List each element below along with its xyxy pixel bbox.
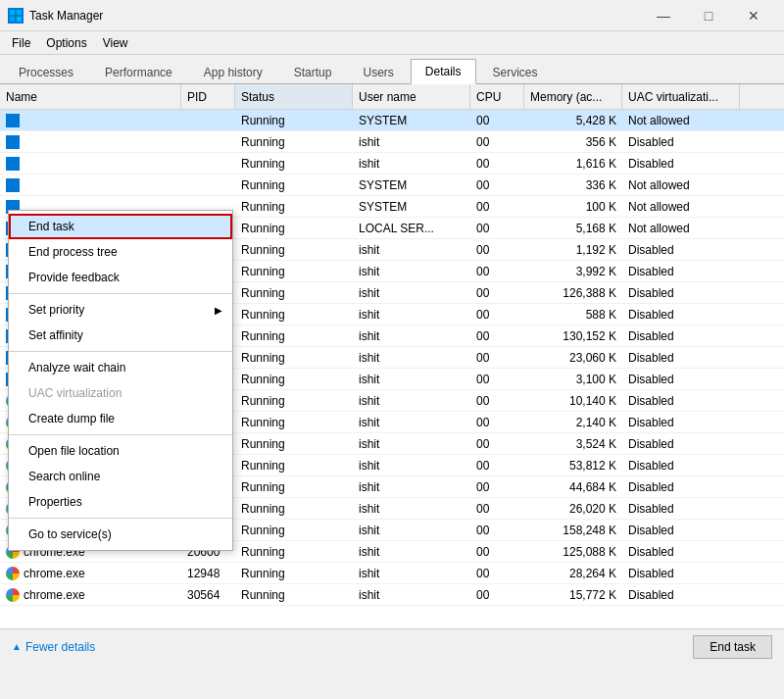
process-icon	[6, 178, 20, 192]
cell-cpu: 00	[470, 196, 524, 217]
cell-uac: Disabled	[622, 476, 740, 497]
cell-memory: 130,152 K	[524, 325, 622, 346]
menu-options[interactable]: Options	[38, 34, 94, 52]
cell-uac: Disabled	[622, 239, 740, 260]
context-menu-item-create-dump-file[interactable]: Create dump file	[9, 406, 232, 431]
cell-username: ishit	[353, 520, 470, 540]
table-row[interactable]: RunningSYSTEM005,428 KNot allowed	[0, 110, 784, 131]
maximize-button[interactable]: □	[686, 0, 731, 31]
cell-name: chrome.exe	[0, 563, 181, 583]
cell-status: Running	[235, 110, 353, 130]
cell-status: Running	[235, 412, 353, 432]
cell-uac: Disabled	[622, 131, 740, 152]
context-menu-item-end-process-tree[interactable]: End process tree	[9, 239, 232, 265]
cell-username: ishit	[353, 498, 470, 519]
cell-name	[0, 131, 181, 152]
cell-memory: 3,524 K	[524, 433, 622, 454]
window-title: Task Manager	[29, 9, 641, 23]
cell-memory: 1,192 K	[524, 239, 622, 260]
table-row[interactable]: Runningishit001,616 KDisabled	[0, 153, 784, 175]
context-menu-item-properties[interactable]: Properties	[9, 489, 232, 515]
scrollbar-space	[740, 84, 756, 109]
menu-file[interactable]: File	[4, 34, 38, 52]
column-memory[interactable]: Memory (ac...	[524, 84, 622, 109]
column-name[interactable]: Name	[0, 84, 181, 109]
table-header: Name PID Status User name CPU Memory (ac…	[0, 84, 784, 110]
cell-status: Running	[235, 218, 353, 238]
cell-uac: Disabled	[622, 498, 740, 519]
cell-status: Running	[235, 131, 353, 152]
column-status[interactable]: Status	[235, 84, 353, 109]
table-row[interactable]: RunningSYSTEM00336 KNot allowed	[0, 175, 784, 196]
cell-memory: 336 K	[524, 175, 622, 195]
cell-uac: Not allowed	[622, 218, 740, 238]
context-menu-item-search-online[interactable]: Search online	[9, 464, 232, 489]
cell-memory: 23,060 K	[524, 347, 622, 368]
svg-rect-0	[10, 10, 15, 15]
cell-uac: Disabled	[622, 584, 740, 605]
cell-cpu: 00	[470, 261, 524, 281]
cell-cpu: 00	[470, 347, 524, 368]
end-task-button[interactable]: End task	[693, 635, 772, 659]
context-menu-item-open-file-location[interactable]: Open file location	[9, 438, 232, 464]
column-cpu[interactable]: CPU	[470, 84, 524, 109]
tab-users[interactable]: Users	[348, 60, 408, 84]
column-username[interactable]: User name	[353, 84, 470, 109]
context-menu-separator	[9, 293, 232, 294]
cell-cpu: 00	[470, 304, 524, 325]
context-menu-item-set-affinity[interactable]: Set affinity	[9, 323, 232, 348]
minimize-button[interactable]: —	[641, 0, 686, 31]
cell-memory: 1,616 K	[524, 153, 622, 174]
tab-performance[interactable]: Performance	[90, 60, 187, 84]
cell-status: Running	[235, 455, 353, 475]
context-menu-item-go-to-service(s)[interactable]: Go to service(s)	[9, 522, 232, 547]
cell-username: ishit	[353, 390, 470, 411]
fewer-details-label: Fewer details	[25, 640, 95, 654]
cell-name	[0, 110, 181, 130]
cell-cpu: 00	[470, 476, 524, 497]
chrome-icon	[6, 567, 20, 580]
table-row[interactable]: chrome.exe30564Runningishit0015,772 KDis…	[0, 584, 784, 606]
cell-memory: 26,020 K	[524, 498, 622, 519]
column-uac[interactable]: UAC virtualizati...	[622, 84, 740, 109]
main-content: Name PID Status User name CPU Memory (ac…	[0, 84, 784, 664]
process-icon	[6, 157, 20, 171]
cell-status: Running	[235, 239, 353, 260]
cell-username: ishit	[353, 563, 470, 583]
context-menu-item-analyze-wait-chain[interactable]: Analyze wait chain	[9, 355, 232, 380]
context-menu-separator	[9, 434, 232, 435]
cell-cpu: 00	[470, 218, 524, 238]
fewer-details-button[interactable]: ▲ Fewer details	[12, 640, 95, 654]
menu-view[interactable]: View	[95, 34, 136, 52]
cell-status: Running	[235, 498, 353, 519]
table-row[interactable]: Runningishit00356 KDisabled	[0, 131, 784, 153]
cell-status: Running	[235, 390, 353, 411]
tab-processes[interactable]: Processes	[4, 60, 88, 84]
cell-status: Running	[235, 476, 353, 497]
cell-status: Running	[235, 282, 353, 303]
cell-name: chrome.exe	[0, 584, 181, 605]
app-icon	[8, 8, 24, 24]
cell-status: Running	[235, 369, 353, 389]
tab-app-history[interactable]: App history	[189, 60, 277, 84]
close-button[interactable]: ✕	[731, 0, 776, 31]
context-menu-item-set-priority[interactable]: Set priority▶	[9, 297, 232, 323]
table-row[interactable]: chrome.exe12948Runningishit0028,264 KDis…	[0, 563, 784, 584]
cell-pid	[181, 153, 235, 174]
tab-startup[interactable]: Startup	[279, 60, 347, 84]
cell-pid	[181, 131, 235, 152]
cell-cpu: 00	[470, 325, 524, 346]
tab-services[interactable]: Services	[478, 60, 553, 84]
cell-memory: 100 K	[524, 196, 622, 217]
cell-cpu: 00	[470, 110, 524, 130]
cell-cpu: 00	[470, 390, 524, 411]
cell-status: Running	[235, 563, 353, 583]
column-pid[interactable]: PID	[181, 84, 235, 109]
cell-uac: Not allowed	[622, 175, 740, 195]
cell-cpu: 00	[470, 433, 524, 454]
context-menu-item-provide-feedback[interactable]: Provide feedback	[9, 265, 232, 290]
tab-details[interactable]: Details	[411, 59, 476, 84]
cell-uac: Disabled	[622, 153, 740, 174]
cell-memory: 588 K	[524, 304, 622, 325]
context-menu-item-end-task[interactable]: End task	[9, 214, 232, 239]
